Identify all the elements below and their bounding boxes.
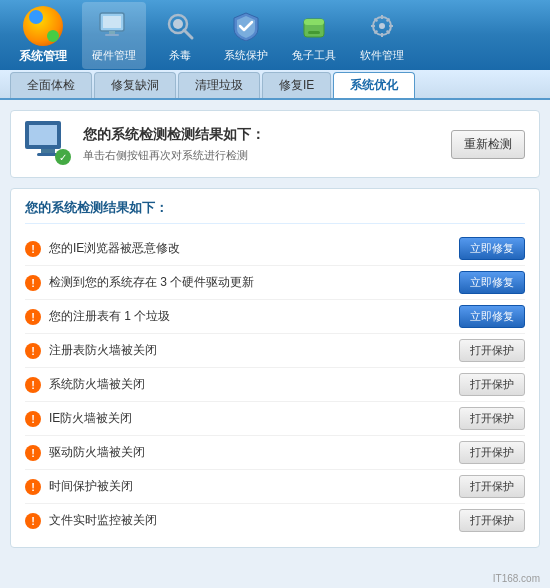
hardware-icon — [96, 8, 132, 44]
results-title: 您的系统检测结果如下： — [25, 199, 525, 224]
result-left: ! 您的注册表有 1 个垃圾 — [25, 308, 459, 325]
result-text: 驱动防火墙被关闭 — [49, 444, 145, 461]
svg-line-6 — [184, 30, 192, 38]
summary-section: ✓ 您的系统检测检测结果如下： 单击右侧按钮再次对系统进行检测 重新检测 — [10, 110, 540, 178]
check-badge: ✓ — [55, 149, 71, 165]
table-row: ! 文件实时监控被关闭 打开保护 — [25, 504, 525, 537]
warning-icon: ! — [25, 479, 41, 495]
table-row: ! 注册表防火墙被关闭 打开保护 — [25, 334, 525, 368]
nav-item-rabbit[interactable]: 兔子工具 — [282, 2, 346, 69]
tab-bar: 全面体检 修复缺洞 清理垃圾 修复IE 系统优化 — [0, 70, 550, 100]
result-left: ! 注册表防火墙被关闭 — [25, 342, 459, 359]
warning-icon: ! — [25, 377, 41, 393]
result-left: ! 驱动防火墙被关闭 — [25, 444, 459, 461]
nav-label-kill: 杀毒 — [169, 48, 191, 63]
table-row: ! IE防火墙被关闭 打开保护 — [25, 402, 525, 436]
svg-rect-1 — [103, 16, 121, 28]
result-text: 时间保护被关闭 — [49, 478, 133, 495]
tab-repair-ie[interactable]: 修复IE — [262, 72, 331, 98]
kill-icon — [162, 8, 198, 44]
warning-icon: ! — [25, 343, 41, 359]
svg-point-12 — [379, 23, 385, 29]
table-row: ! 您的IE浏览器被恶意修改 立即修复 — [25, 232, 525, 266]
result-left: ! 您的IE浏览器被恶意修改 — [25, 240, 459, 257]
summary-content: ✓ 您的系统检测检测结果如下： 单击右侧按钮再次对系统进行检测 — [25, 121, 265, 167]
tab-full-check[interactable]: 全面体检 — [10, 72, 92, 98]
table-row: ! 您的注册表有 1 个垃圾 立即修复 — [25, 300, 525, 334]
nav-item-hardware[interactable]: 硬件管理 — [82, 2, 146, 69]
top-nav: 系统管理 硬件管理 杀毒 — [0, 0, 550, 70]
result-text: IE防火墙被关闭 — [49, 410, 132, 427]
result-left: ! 时间保护被关闭 — [25, 478, 459, 495]
table-row: ! 系统防火墙被关闭 打开保护 — [25, 368, 525, 402]
rescan-button[interactable]: 重新检测 — [451, 130, 525, 159]
result-text: 文件实时监控被关闭 — [49, 512, 157, 529]
svg-rect-8 — [304, 19, 324, 25]
warning-icon: ! — [25, 241, 41, 257]
action-button-3[interactable]: 打开保护 — [459, 339, 525, 362]
warning-icon: ! — [25, 411, 41, 427]
logo-icon — [23, 6, 63, 46]
logo-area[interactable]: 系统管理 — [8, 6, 78, 65]
svg-point-5 — [173, 19, 183, 29]
protect-icon — [228, 8, 264, 44]
result-text: 您的注册表有 1 个垃圾 — [49, 308, 170, 325]
summary-subtitle: 单击右侧按钮再次对系统进行检测 — [83, 148, 265, 163]
warning-icon: ! — [25, 445, 41, 461]
nav-label-protect: 系统保护 — [224, 48, 268, 63]
action-button-2[interactable]: 立即修复 — [459, 305, 525, 328]
monitor-screen — [29, 125, 57, 145]
nav-label-hardware: 硬件管理 — [92, 48, 136, 63]
warning-icon: ! — [25, 309, 41, 325]
nav-item-kill[interactable]: 杀毒 — [150, 2, 210, 69]
result-text: 您的IE浏览器被恶意修改 — [49, 240, 180, 257]
result-text: 注册表防火墙被关闭 — [49, 342, 157, 359]
software-icon — [364, 8, 400, 44]
warning-icon: ! — [25, 513, 41, 529]
rabbit-icon — [296, 8, 332, 44]
table-row: ! 检测到您的系统存在 3 个硬件驱动更新 立即修复 — [25, 266, 525, 300]
table-row: ! 驱动防火墙被关闭 打开保护 — [25, 436, 525, 470]
nav-item-protect[interactable]: 系统保护 — [214, 2, 278, 69]
summary-texts: 您的系统检测检测结果如下： 单击右侧按钮再次对系统进行检测 — [83, 126, 265, 163]
action-button-4[interactable]: 打开保护 — [459, 373, 525, 396]
result-text: 系统防火墙被关闭 — [49, 376, 145, 393]
action-button-6[interactable]: 打开保护 — [459, 441, 525, 464]
warning-icon: ! — [25, 275, 41, 291]
action-button-8[interactable]: 打开保护 — [459, 509, 525, 532]
result-left: ! IE防火墙被关闭 — [25, 410, 459, 427]
result-left: ! 文件实时监控被关闭 — [25, 512, 459, 529]
table-row: ! 时间保护被关闭 打开保护 — [25, 470, 525, 504]
nav-item-software[interactable]: 软件管理 — [350, 2, 414, 69]
action-button-5[interactable]: 打开保护 — [459, 407, 525, 430]
nav-label-rabbit: 兔子工具 — [292, 48, 336, 63]
tab-repair-missing[interactable]: 修复缺洞 — [94, 72, 176, 98]
svg-rect-9 — [308, 31, 320, 34]
summary-title: 您的系统检测检测结果如下： — [83, 126, 265, 144]
tab-clean-junk[interactable]: 清理垃圾 — [178, 72, 260, 98]
monitor-display — [25, 121, 61, 149]
tab-optimize[interactable]: 系统优化 — [333, 72, 415, 98]
action-button-7[interactable]: 打开保护 — [459, 475, 525, 498]
summary-monitor-icon: ✓ — [25, 121, 71, 167]
nav-label-software: 软件管理 — [360, 48, 404, 63]
results-section: 您的系统检测结果如下： ! 您的IE浏览器被恶意修改 立即修复 ! 检测到您的系… — [10, 188, 540, 548]
result-left: ! 系统防火墙被关闭 — [25, 376, 459, 393]
logo-text: 系统管理 — [19, 48, 67, 65]
action-button-1[interactable]: 立即修复 — [459, 271, 525, 294]
result-text: 检测到您的系统存在 3 个硬件驱动更新 — [49, 274, 254, 291]
svg-rect-2 — [109, 31, 115, 34]
footer-watermark: IT168.com — [493, 573, 540, 584]
svg-rect-3 — [105, 34, 119, 36]
action-button-0[interactable]: 立即修复 — [459, 237, 525, 260]
result-left: ! 检测到您的系统存在 3 个硬件驱动更新 — [25, 274, 459, 291]
